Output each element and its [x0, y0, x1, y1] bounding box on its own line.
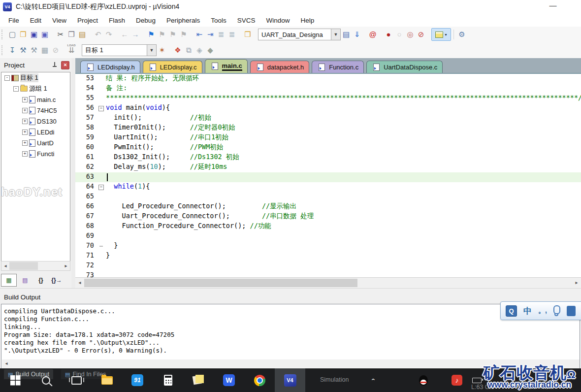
rebuild-all-icon[interactable]: ⚒ [29, 45, 39, 56]
indent-right-icon[interactable]: ⇥ [205, 29, 216, 40]
open-folder-icon[interactable]: ❒ [18, 29, 29, 40]
find-in-doc-icon[interactable]: ▤ [341, 29, 352, 40]
menu-debug[interactable]: Debug [130, 15, 161, 26]
breakpoint-icon[interactable]: ● [383, 29, 394, 40]
toolbar-grip[interactable] [1, 45, 5, 55]
scroll-right-arrow[interactable]: ▸ [63, 262, 69, 269]
save-icon[interactable]: ▣ [29, 29, 39, 40]
indent-left-icon[interactable]: ⇤ [194, 29, 205, 40]
build-icon[interactable]: ⚒ [18, 45, 29, 56]
ime-punctuation-icon[interactable]: 。, [538, 306, 547, 315]
editor-tab-LEDdisplay-h[interactable]: LEDdisplay.h [80, 61, 140, 73]
panel-tab-templates[interactable]: {}→ [49, 274, 64, 286]
dict-app-icon[interactable]: 91 [122, 368, 153, 392]
fold-collapse-icon[interactable]: − [98, 106, 104, 111]
scroll-thumb[interactable] [84, 279, 357, 287]
panel-tab-books[interactable]: ▤ [18, 274, 32, 286]
search-button[interactable] [31, 368, 61, 392]
incremental-find-icon[interactable]: ⇓ [352, 29, 362, 40]
back-icon[interactable]: ← [119, 29, 130, 40]
batch-build-icon[interactable]: ▦ [39, 45, 50, 56]
expand-box[interactable]: + [22, 108, 28, 113]
collapse-box[interactable]: - [4, 75, 10, 81]
close-panel-button[interactable]: ✕ [61, 61, 69, 69]
debug-windows-button[interactable]: ▾ [431, 28, 451, 41]
expand-box[interactable]: + [22, 130, 28, 135]
menu-window[interactable]: Window [260, 15, 295, 26]
expand-box[interactable]: + [22, 119, 28, 124]
new-file-icon[interactable]: ▢ [7, 29, 18, 40]
load-flash-icon[interactable]: ⇊LOAD [66, 45, 77, 56]
menu-edit[interactable]: Edit [25, 15, 47, 26]
diamond-icon[interactable]: ◈ [194, 45, 205, 56]
tree-item-74HC5[interactable]: +74HC5 [1, 105, 70, 116]
save-all-icon[interactable]: ▣ [39, 29, 50, 40]
undo-icon[interactable]: ↶ [93, 29, 103, 40]
menu-file[interactable]: File [3, 15, 25, 26]
breakpoint-clear-icon[interactable]: ○ [394, 29, 405, 40]
tree-item-Functi[interactable]: +Functi [1, 148, 70, 159]
search-text-combo[interactable]: UART_Data_Designa ▼ [258, 29, 341, 40]
calculator-icon[interactable] [153, 368, 183, 392]
ime-extra-icon[interactable] [567, 306, 576, 316]
menu-peripherals[interactable]: Peripherals [161, 15, 205, 26]
tray-chevron-icon[interactable]: ⌃ [363, 368, 383, 392]
redo-icon[interactable]: ↷ [103, 29, 114, 40]
menu-flash[interactable]: Flash [103, 15, 130, 26]
breakpoint-disable-icon[interactable]: ◎ [405, 29, 416, 40]
ime-logo-icon[interactable]: Q [506, 305, 517, 317]
ime-microphone-icon[interactable] [553, 305, 560, 314]
tree-item-UartD[interactable]: +UartD [1, 137, 70, 148]
copy-icon[interactable]: ❐ [66, 29, 77, 40]
bookmark-prev-icon[interactable]: ⚑ [157, 29, 167, 40]
scroll-left-arrow[interactable]: ◂ [3, 360, 10, 367]
manage-components-icon[interactable]: ❖ [172, 45, 183, 56]
comment-icon[interactable]: ≣ [216, 29, 226, 40]
panel-tab-functions[interactable]: {} [33, 274, 48, 286]
scroll-right-arrow[interactable]: ▸ [573, 279, 580, 286]
tree-item-main.c[interactable]: +main.c [1, 94, 70, 105]
task-view-button[interactable] [61, 368, 92, 392]
editor-tab-UartDataDispose-c[interactable]: UartDataDispose.c [366, 61, 443, 73]
stop-build-icon[interactable]: ⊘ [50, 45, 61, 56]
configure-wrench-icon[interactable]: ⚙ [456, 29, 467, 40]
menu-tools[interactable]: Tools [205, 15, 232, 26]
editor-tab-datapacket-h[interactable]: datapacket.h [250, 61, 309, 73]
chrome-icon[interactable] [244, 368, 275, 392]
scroll-thumb[interactable] [9, 262, 38, 270]
target-select-combo[interactable]: 目标 1 ▼ [82, 44, 157, 56]
scroll-left-arrow[interactable]: ◂ [2, 262, 9, 269]
forward-icon[interactable]: → [130, 29, 141, 40]
start-button[interactable] [0, 368, 31, 392]
bookmark-toggle-icon[interactable]: ⚑ [146, 29, 157, 40]
netease-music-icon[interactable]: ♪ [447, 368, 467, 392]
fold-collapse-icon[interactable]: − [98, 185, 104, 190]
window-stack-icon[interactable]: ⧉ [183, 45, 194, 56]
collapse-box[interactable]: - [13, 86, 19, 92]
menu-help[interactable]: Help [295, 15, 320, 26]
tree-item-源组 1[interactable]: -源组 1 [1, 83, 70, 94]
target-combo-dropdown[interactable]: ▼ [147, 45, 156, 56]
edit-folder-icon[interactable]: ❒ [242, 29, 253, 40]
expand-box[interactable]: + [22, 151, 28, 157]
tree-item-LEDdi[interactable]: +LEDdi [1, 127, 70, 137]
scroll-left-arrow[interactable]: ◂ [76, 279, 83, 286]
tree-item-DS130[interactable]: +DS130 [1, 116, 70, 127]
magic-wand-icon[interactable]: ✶ [157, 45, 167, 56]
editor-hscrollbar[interactable]: ◂ ▸ [75, 277, 581, 289]
editor-tab-main-c[interactable]: main.c [205, 59, 248, 73]
editor-tab-Function-c[interactable]: Function.c [312, 61, 364, 73]
bookmark-clear-icon[interactable]: ⚑ [178, 29, 189, 40]
expand-box[interactable]: + [22, 97, 28, 102]
panel-tab-project[interactable]: ▦ [1, 274, 17, 287]
textured-diamond-icon[interactable]: ◆ [205, 45, 216, 56]
file-explorer-icon[interactable] [92, 368, 122, 392]
tree-item-目标 1[interactable]: -目标 1 [1, 72, 70, 83]
toolbar-grip[interactable] [1, 30, 5, 39]
build-output-log[interactable]: compiling UartDataDispose.c...compiling … [1, 304, 580, 369]
bookmark-next-icon[interactable]: ⚑ [167, 29, 178, 40]
cut-icon[interactable]: ✂ [55, 29, 66, 40]
find-all-icon[interactable]: @ [367, 29, 378, 40]
search-combo-dropdown[interactable]: ▼ [331, 29, 340, 40]
editor-tab-LEDdisplay-c[interactable]: LEDdisplay.c [143, 61, 202, 73]
